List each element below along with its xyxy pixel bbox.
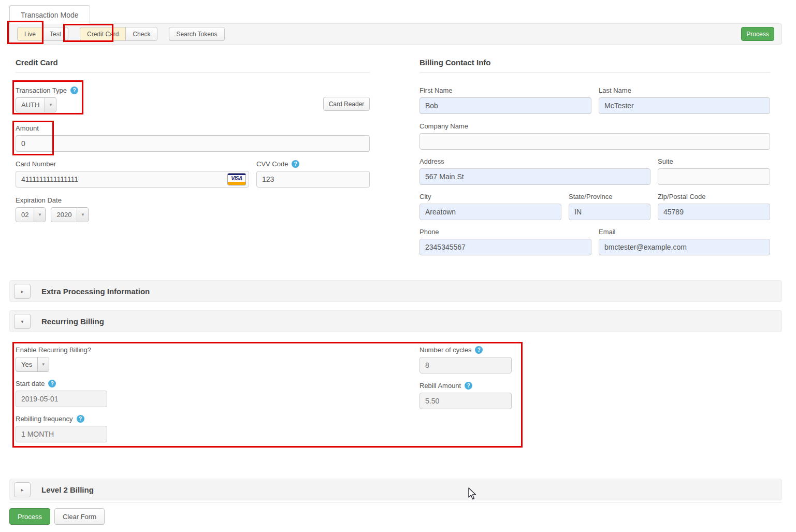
- city-label: City: [419, 193, 561, 200]
- start-date-input[interactable]: [16, 391, 107, 407]
- transaction-type-select[interactable]: AUTH ▼: [16, 97, 56, 112]
- company-name-input[interactable]: [419, 133, 770, 150]
- level2-billing-accordion[interactable]: ▸ Level 2 Billing: [9, 479, 782, 500]
- expiration-date-label: Expiration Date: [16, 196, 370, 204]
- chevron-down-icon: ▼: [37, 357, 49, 371]
- rebilling-frequency-input[interactable]: [16, 426, 107, 442]
- chevron-down-icon: ▼: [34, 208, 45, 222]
- card-number-input[interactable]: [16, 171, 249, 188]
- clear-form-button[interactable]: Clear Form: [54, 508, 105, 525]
- chevron-right-icon[interactable]: ▸: [14, 482, 31, 497]
- recurring-billing-title: Recurring Billing: [41, 317, 104, 326]
- tab-transaction-mode[interactable]: Transaction Mode: [9, 5, 90, 24]
- expiration-year-select[interactable]: 2020 ▼: [51, 207, 89, 222]
- process-button[interactable]: Process: [9, 508, 50, 525]
- chevron-down-icon: ▼: [77, 208, 88, 222]
- company-name-label: Company Name: [419, 122, 770, 130]
- cvv-help-icon[interactable]: ?: [292, 160, 299, 168]
- credit-card-title: Credit Card: [16, 58, 370, 73]
- suite-label: Suite: [658, 157, 770, 165]
- rebill-amount-label: Rebill Amount ?: [419, 382, 512, 390]
- zip-label: Zip/Postal Code: [658, 193, 770, 200]
- start-date-help-icon[interactable]: ?: [48, 380, 56, 387]
- billing-contact-section: Billing Contact Info First Name Last Nam…: [419, 58, 770, 255]
- state-input[interactable]: [569, 204, 650, 220]
- transaction-type-label: Transaction Type ?: [16, 87, 78, 94]
- first-name-label: First Name: [419, 87, 591, 94]
- number-of-cycles-input[interactable]: [419, 357, 512, 373]
- card-number-field: Card Number VISA: [16, 160, 249, 188]
- search-tokens-button[interactable]: Search Tokens: [169, 27, 224, 41]
- check-tab-button[interactable]: Check: [125, 27, 157, 41]
- amount-label: Amount: [16, 124, 370, 132]
- card-reader-button[interactable]: Card Reader: [323, 97, 370, 111]
- credit-card-section: Credit Card Transaction Type ? AUTH ▼ Ca…: [16, 58, 370, 222]
- extra-processing-title: Extra Processing Information: [41, 287, 150, 296]
- number-of-cycles-label: Number of cycles ?: [419, 346, 512, 354]
- address-input[interactable]: [419, 168, 650, 185]
- extra-processing-accordion[interactable]: ▸ Extra Processing Information: [9, 280, 782, 302]
- billing-contact-title: Billing Contact Info: [419, 58, 770, 73]
- state-label: State/Province: [569, 193, 650, 200]
- cvv-input[interactable]: [256, 171, 370, 188]
- chevron-down-icon: ▼: [45, 98, 56, 112]
- level2-billing-title: Level 2 Billing: [41, 485, 94, 494]
- transaction-type-field: Transaction Type ? AUTH ▼: [16, 87, 78, 112]
- suite-input[interactable]: [658, 168, 770, 185]
- card-number-label: Card Number: [16, 160, 249, 168]
- recurring-billing-fields-right: Number of cycles ? Rebill Amount ?: [419, 346, 512, 409]
- phone-input[interactable]: [419, 239, 591, 255]
- rebilling-frequency-help-icon[interactable]: ?: [77, 415, 84, 423]
- recurring-billing-accordion[interactable]: ▾ Recurring Billing: [9, 310, 782, 332]
- start-date-label: Start date ?: [16, 380, 223, 387]
- credit-card-tab-button[interactable]: Credit Card: [80, 27, 126, 41]
- test-toggle-button[interactable]: Test: [42, 27, 68, 41]
- enable-recurring-label: Enable Recurring Billing?: [16, 346, 223, 354]
- footer-actions: Process Clear Form: [9, 508, 105, 525]
- footer-divider: [9, 502, 782, 502]
- address-label: Address: [419, 157, 650, 165]
- phone-label: Phone: [419, 228, 591, 236]
- payment-type-toggle-group: Credit Card Check: [80, 27, 157, 41]
- toolbar: Live Test Credit Card Check Search Token…: [9, 23, 782, 45]
- rebilling-frequency-label: Rebilling frequency ?: [16, 415, 223, 423]
- live-toggle-button[interactable]: Live: [17, 27, 43, 41]
- transaction-type-help-icon[interactable]: ?: [70, 87, 78, 94]
- chevron-right-icon[interactable]: ▸: [14, 284, 31, 299]
- zip-input[interactable]: [658, 204, 770, 220]
- number-of-cycles-help-icon[interactable]: ?: [475, 346, 483, 354]
- visa-card-icon: VISA: [227, 173, 246, 185]
- cvv-field: CVV Code ?: [256, 160, 370, 188]
- mode-toggle-group: Live Test: [17, 27, 68, 41]
- city-input[interactable]: [419, 204, 561, 220]
- last-name-input[interactable]: [599, 97, 770, 114]
- cvv-label: CVV Code ?: [256, 160, 370, 168]
- rebill-amount-input[interactable]: [419, 393, 512, 409]
- first-name-input[interactable]: [419, 97, 591, 114]
- expiration-month-select[interactable]: 02 ▼: [16, 207, 46, 222]
- recurring-billing-fields-left: Enable Recurring Billing? Yes ▼ Start da…: [16, 346, 223, 442]
- process-button-top[interactable]: Process: [741, 27, 774, 41]
- enable-recurring-select[interactable]: Yes ▼: [16, 357, 49, 372]
- rebill-amount-help-icon[interactable]: ?: [465, 382, 472, 390]
- amount-input[interactable]: [16, 135, 370, 152]
- chevron-down-icon[interactable]: ▾: [14, 314, 31, 329]
- tab-transaction-mode-label: Transaction Mode: [21, 11, 79, 19]
- last-name-label: Last Name: [599, 87, 770, 94]
- email-label: Email: [599, 228, 770, 236]
- email-input[interactable]: [599, 239, 770, 255]
